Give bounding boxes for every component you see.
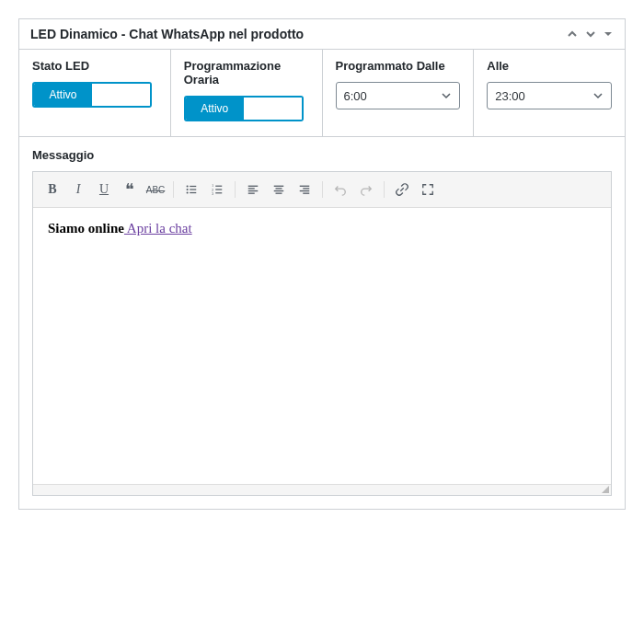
svg-rect-20	[300, 186, 310, 187]
editor-body[interactable]: Siamo online Apri la chat	[33, 208, 611, 484]
svg-rect-12	[248, 186, 259, 187]
toolbar-separator	[384, 181, 385, 198]
svg-rect-17	[276, 188, 282, 189]
redo-button[interactable]	[354, 178, 378, 201]
svg-point-2	[187, 189, 189, 190]
chevron-down-icon[interactable]	[584, 28, 597, 40]
bold-button[interactable]: B	[40, 178, 64, 201]
toggle-on-label: Attivo	[186, 98, 244, 120]
svg-rect-1	[190, 186, 196, 187]
svg-rect-15	[248, 193, 255, 194]
panel-title: LED Dinamico - Chat WhatsApp nel prodott…	[30, 27, 304, 41]
resize-handle[interactable]	[33, 484, 611, 495]
svg-rect-18	[274, 190, 284, 191]
panel-header: LED Dinamico - Chat WhatsApp nel prodott…	[19, 19, 625, 50]
svg-rect-22	[300, 190, 310, 191]
collapse-icon[interactable]	[603, 29, 614, 40]
settings-panel: LED Dinamico - Chat WhatsApp nel prodott…	[18, 18, 626, 510]
svg-rect-3	[190, 189, 196, 190]
svg-rect-11	[215, 192, 222, 193]
status-toggle[interactable]: Attivo	[32, 82, 152, 108]
to-time-select[interactable]: 23:00	[487, 82, 612, 109]
message-label: Messaggio	[32, 148, 612, 162]
svg-rect-13	[248, 188, 255, 189]
toolbar-separator	[173, 181, 174, 198]
svg-point-4	[187, 191, 189, 193]
field-from: Programmato Dalle 6:00	[323, 50, 475, 136]
toggle-off	[92, 84, 150, 106]
svg-rect-9	[215, 189, 222, 190]
from-time-select[interactable]: 6:00	[336, 82, 461, 109]
undo-button[interactable]	[328, 178, 352, 201]
svg-rect-7	[215, 186, 222, 187]
svg-rect-14	[248, 190, 259, 191]
message-section: Messaggio B I U ❝ ABC 123	[19, 137, 625, 509]
editor-toolbar: B I U ❝ ABC 123	[33, 172, 611, 208]
underline-button[interactable]: U	[92, 178, 116, 201]
quote-button[interactable]: ❝	[118, 178, 142, 201]
align-center-button[interactable]	[267, 178, 291, 201]
toolbar-separator	[235, 181, 236, 198]
field-label: Programmato Dalle	[336, 59, 461, 73]
message-bold-text: Siamo online	[48, 221, 124, 236]
align-right-button[interactable]	[293, 178, 316, 201]
panel-controls	[566, 28, 614, 40]
svg-rect-21	[303, 188, 309, 189]
field-to: Alle 23:00	[474, 50, 625, 136]
toggle-off	[244, 98, 302, 120]
chevron-up-icon[interactable]	[566, 28, 579, 40]
field-label: Stato LED	[32, 59, 157, 73]
italic-button[interactable]: I	[66, 178, 90, 201]
svg-rect-16	[274, 186, 284, 187]
field-label: Programmazione Oraria	[184, 59, 309, 86]
toolbar-separator	[322, 181, 323, 198]
fields-row: Stato LED Attivo Programmazione Oraria A…	[19, 50, 625, 137]
field-label: Alle	[487, 59, 612, 73]
field-status: Stato LED Attivo	[19, 50, 171, 136]
bullet-list-button[interactable]	[179, 178, 203, 201]
number-list-button[interactable]: 123	[205, 178, 229, 201]
strikethrough-button[interactable]: ABC	[144, 178, 167, 201]
svg-rect-5	[190, 192, 196, 193]
fullscreen-button[interactable]	[416, 178, 440, 201]
schedule-toggle[interactable]: Attivo	[184, 96, 304, 121]
svg-rect-19	[276, 193, 282, 194]
svg-text:3: 3	[212, 191, 214, 196]
link-button[interactable]	[390, 178, 414, 201]
field-schedule: Programmazione Oraria Attivo	[171, 50, 323, 136]
rich-text-editor: B I U ❝ ABC 123	[32, 171, 612, 496]
svg-point-0	[187, 185, 189, 187]
svg-rect-23	[303, 193, 309, 194]
message-link[interactable]: Apri la chat	[124, 221, 192, 236]
align-left-button[interactable]	[241, 178, 265, 201]
toggle-on-label: Attivo	[34, 84, 92, 106]
